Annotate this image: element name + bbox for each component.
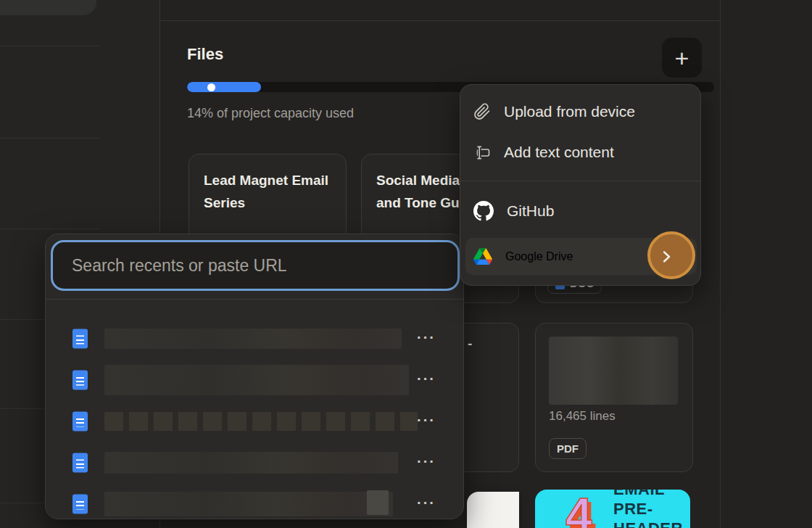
add-content-menu: Upload from device Add text content GitH…: [460, 84, 701, 286]
file-card-title: Lead Magnet Email Series: [204, 169, 331, 214]
search-recents-popup: ··· ··· ··· ··· ···: [45, 234, 464, 519]
sidebar-divider: [0, 228, 100, 229]
menu-item-label: Google Drive: [505, 250, 573, 263]
promo-line-1: EMAIL: [613, 490, 683, 499]
google-docs-icon: [72, 495, 88, 514]
pdf-type-badge: PDF: [549, 438, 587, 459]
paperclip-icon: [473, 103, 491, 120]
promo-text: EMAIL PRE- HEADER: [613, 490, 683, 528]
panel-right-border: [720, 0, 721, 528]
redacted-title: [104, 492, 393, 516]
recent-item-row[interactable]: ···: [46, 488, 463, 520]
popup-divider: [46, 299, 463, 300]
google-drive-icon: [473, 248, 492, 265]
promo-line-3: HEADER: [613, 519, 683, 528]
row-overflow-menu[interactable]: ···: [417, 495, 436, 511]
recent-item-row[interactable]: ···: [46, 447, 463, 479]
google-docs-icon: [72, 329, 88, 349]
github-icon: [473, 201, 494, 221]
row-overflow-menu[interactable]: ···: [417, 453, 436, 470]
redacted-title: [104, 412, 418, 431]
partial-card-dash: -: [468, 336, 472, 352]
google-docs-icon: [72, 371, 88, 390]
panel-top-border: [161, 20, 720, 21]
chevron-right-icon: [659, 249, 674, 265]
pdf-badge-label: PDF: [557, 442, 579, 455]
sidebar-top-card: [0, 0, 96, 15]
sidebar-divider: [0, 138, 100, 139]
redacted-chip: [367, 490, 389, 515]
sidebar-divider: [0, 46, 100, 46]
capacity-knob: [207, 83, 215, 91]
menu-divider: [460, 181, 700, 181]
google-docs-icon: [72, 412, 88, 432]
files-section-title: Files: [187, 45, 223, 64]
file-card-pdf[interactable]: 16,465 lines PDF: [535, 323, 693, 472]
search-input-wrapper: [51, 240, 460, 291]
menu-item-label: Upload from device: [504, 103, 635, 120]
recent-item-row[interactable]: ···: [46, 323, 463, 355]
add-file-button[interactable]: +: [662, 38, 702, 78]
capacity-caption: 14% of project capacity used: [187, 106, 354, 121]
google-docs-icon: [72, 453, 88, 473]
menu-item-label: GitHub: [507, 202, 554, 220]
row-overflow-menu[interactable]: ···: [417, 329, 436, 346]
promo-line-2: PRE-: [613, 499, 683, 519]
pdf-line-count: 16,465 lines: [549, 409, 616, 424]
recent-item-row[interactable]: ···: [46, 405, 463, 437]
file-card-email-preheader[interactable]: 4 EMAIL PRE- HEADER: [535, 490, 690, 528]
promo-number: 4: [566, 491, 592, 528]
menu-item-label: Add text content: [504, 144, 614, 161]
redacted-title: [104, 365, 409, 395]
recent-item-row[interactable]: ···: [46, 364, 463, 396]
menu-item-github[interactable]: GitHub: [473, 196, 554, 226]
redacted-title: [104, 452, 398, 474]
plus-icon: +: [675, 46, 689, 70]
pdf-thumbnail-redacted: [549, 337, 678, 405]
menu-item-upload-from-device[interactable]: Upload from device: [473, 96, 635, 127]
file-card-white-thumbnail[interactable]: [467, 492, 519, 528]
row-overflow-menu[interactable]: ···: [417, 412, 436, 429]
menu-item-add-text-content[interactable]: Add text content: [473, 137, 614, 168]
add-text-icon: [473, 144, 491, 161]
capacity-fill: [187, 82, 261, 92]
redacted-title: [104, 329, 402, 349]
row-overflow-menu[interactable]: ···: [417, 371, 436, 387]
search-input[interactable]: [53, 242, 457, 289]
